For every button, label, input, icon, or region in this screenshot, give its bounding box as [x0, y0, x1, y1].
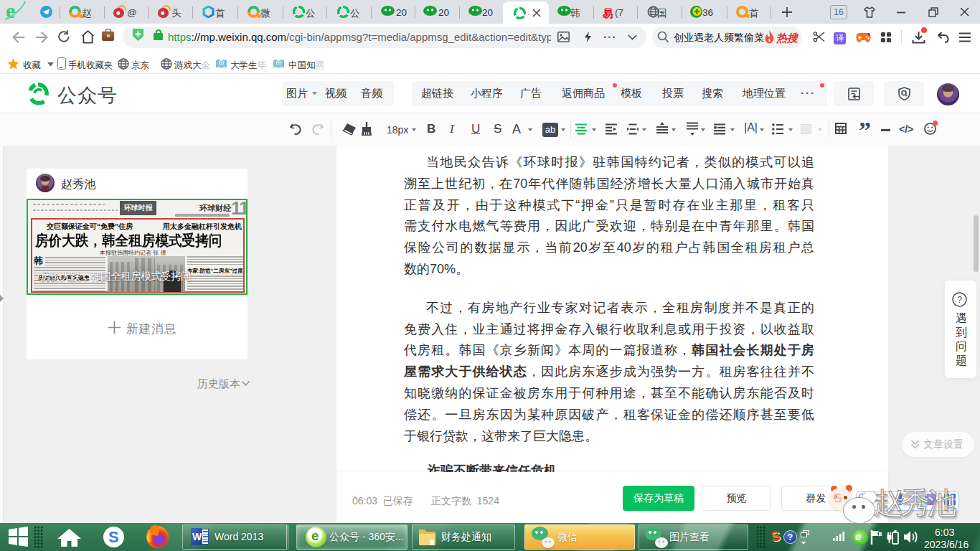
svg-text:?: ?: [957, 295, 962, 305]
